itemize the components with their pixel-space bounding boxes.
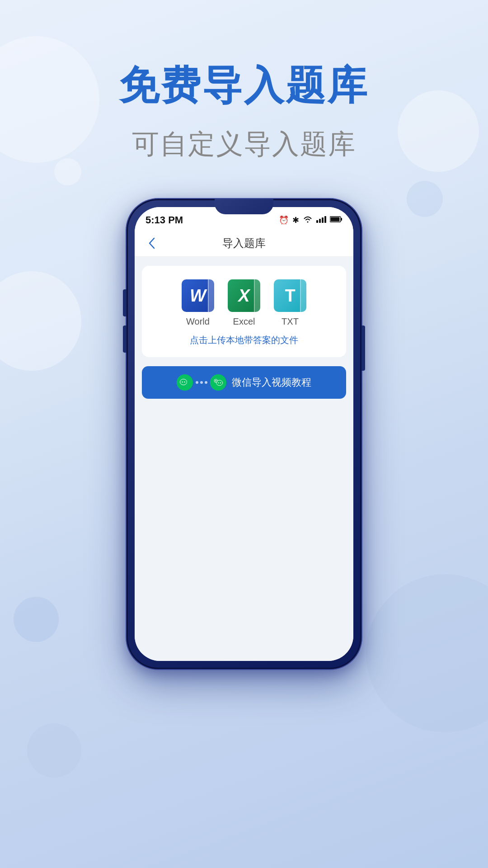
svg-rect-6 [331,217,340,221]
file-type-card: World Excel [142,266,346,357]
svg-rect-5 [341,218,342,221]
word-icon [182,279,214,312]
word-icon-bar [208,279,214,312]
excel-icon-bar [254,279,260,312]
back-button[interactable] [144,235,160,251]
signal-icon [316,216,326,225]
app-header: 导入题库 [135,230,353,257]
phone-mockup: 5:13 PM ⏰ ✱ [127,199,361,669]
file-icon-excel[interactable]: Excel [228,279,260,327]
wechat-tutorial-button[interactable]: 微信导入视频教程 [142,366,346,399]
upload-hint[interactable]: 点击上传本地带答案的文件 [190,334,298,346]
headline-sub: 可自定义导入题库 [132,126,356,163]
svg-point-9 [184,382,185,382]
phone-notch [215,199,273,214]
word-label: World [186,316,210,327]
file-icon-word[interactable]: World [182,279,214,327]
wechat-label: 微信导入视频教程 [232,376,311,389]
svg-point-12 [220,382,221,383]
status-icons: ⏰ ✱ [279,215,343,225]
wifi-icon [303,216,313,225]
txt-label: TXT [282,316,299,327]
page-container: 免费导入题库 可自定义导入题库 5:13 PM ⏰ ✱ [0,0,488,868]
battery-icon [330,216,343,225]
svg-point-8 [182,382,183,382]
svg-point-11 [218,382,219,383]
svg-rect-2 [322,217,324,223]
svg-rect-0 [316,220,318,223]
status-time: 5:13 PM [145,214,183,226]
wechat-icon [177,374,193,391]
txt-icon [274,279,306,312]
file-icons-row: World Excel [182,279,306,327]
svg-rect-1 [319,219,321,223]
svg-point-7 [180,379,187,385]
header-title: 导入题库 [222,236,266,250]
wechat-arrow-icon [210,374,226,391]
excel-label: Excel [233,316,255,327]
wechat-arrow [196,381,207,384]
phone-screen: 5:13 PM ⏰ ✱ [135,207,353,661]
txt-icon-bar [300,279,306,312]
file-icon-txt[interactable]: TXT [274,279,306,327]
app-content: World Excel [135,257,353,661]
phone-frame: 5:13 PM ⏰ ✱ [127,199,361,669]
headline-main: 免费导入题库 [119,59,369,113]
excel-icon [228,279,260,312]
svg-rect-3 [324,216,326,223]
alarm-icon: ⏰ [279,215,289,225]
bluetooth-icon: ✱ [292,215,299,225]
